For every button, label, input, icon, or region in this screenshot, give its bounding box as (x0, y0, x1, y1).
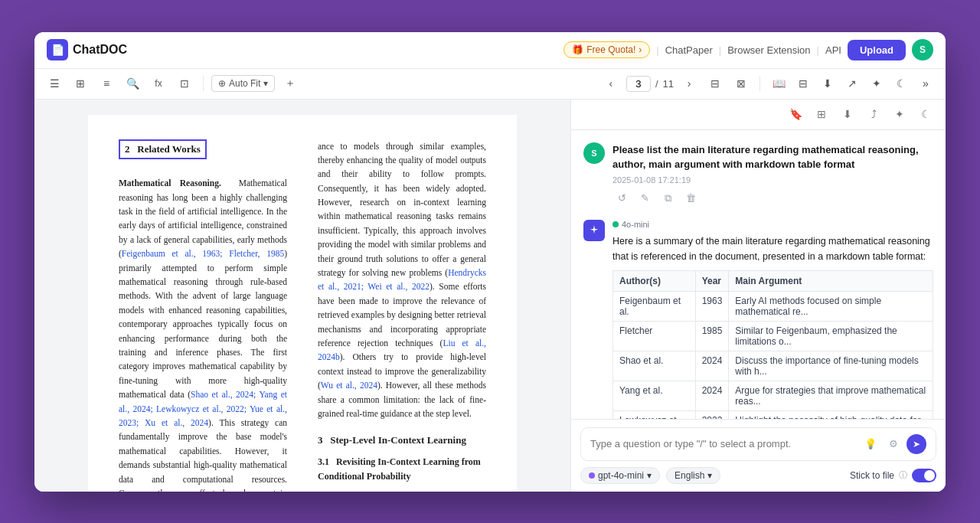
table-cell-author: Shao et al. (613, 351, 696, 381)
table-cell-year: 2024 (695, 351, 729, 381)
table-row: Fletcher1985Similar to Feigenbaum, empha… (613, 321, 933, 351)
chat-input-area: 💡 ⚙ ➤ gpt-4o-mini ▾ English ▾ (571, 419, 946, 492)
pdf-viewer[interactable]: 2 Related Works Mathematical Reasoning. … (34, 100, 570, 492)
table-row: Lewkowycz et al.2022Highlight the necess… (613, 410, 933, 419)
section-31-title: 3.1 Revisiting In-Context Learning from … (318, 455, 486, 484)
chat-panel: 🔖 ⊞ ⬇ ⤴ ✦ ☾ S Please list the main liter… (570, 100, 946, 492)
ai-button[interactable]: ✦ (866, 73, 887, 94)
table-cell-argument: Similar to Feigenbaum, emphasized the li… (729, 321, 933, 351)
search-button[interactable]: 🔍 (122, 73, 143, 94)
logo-text: ChatDOC (73, 43, 127, 57)
settings-button[interactable]: ⚙ (884, 434, 903, 454)
delete-action-button[interactable]: 🗑 (681, 189, 700, 208)
more-options-button[interactable]: » (915, 73, 936, 94)
crop-button[interactable]: ⊡ (174, 73, 195, 94)
model-selector[interactable]: gpt-4o-mini ▾ (580, 467, 660, 484)
grid-view-button[interactable]: ⊞ (70, 73, 91, 94)
page-navigation: ‹ / 11 › (600, 73, 700, 94)
model-chevron: ▾ (647, 470, 652, 481)
app-window: 📄 ChatDOC 🎁 Free Quota! › | ChatPaper | … (34, 32, 946, 492)
lightbulb-button[interactable]: 💡 (861, 434, 880, 454)
copy-action-button[interactable]: ⧉ (658, 189, 677, 208)
table-cell-year: 1963 (695, 291, 729, 321)
edit-action-button[interactable]: ✎ (635, 189, 654, 208)
language-selector[interactable]: English ▾ (666, 467, 720, 484)
toggle-thumb (924, 470, 935, 481)
language-label: English (675, 470, 704, 481)
model-label: gpt-4o-mini (598, 470, 644, 481)
toolbar-separator-2 (760, 76, 760, 91)
table-cell-argument: Discuss the importance of fine-tuning mo… (729, 351, 933, 381)
sidebar-toggle-button[interactable]: ☰ (44, 73, 65, 94)
table-cell-argument: Early AI methods focused on simple mathe… (729, 291, 933, 321)
stick-to-file: Stick to file ⓘ (850, 469, 936, 482)
prev-page-button[interactable]: ‹ (600, 73, 622, 94)
model-dot (589, 472, 595, 479)
user-message-text: Please list the main literature regardin… (612, 142, 933, 172)
pdf-paragraph-1: Mathematical Reasoning. Mathematical rea… (119, 176, 287, 491)
table-cell-author: Lewkowycz et al. (613, 410, 696, 419)
free-quota-button[interactable]: 🎁 Free Quota! › (564, 41, 650, 58)
chat-input[interactable] (590, 438, 854, 449)
columns-button[interactable]: ⊟ (792, 73, 814, 94)
logo-icon: 📄 (47, 39, 68, 60)
refresh-action-button[interactable]: ↺ (612, 189, 631, 208)
stick-to-file-toggle[interactable] (912, 469, 936, 482)
user-message-content: Please list the main literature regardin… (612, 142, 933, 208)
section-3: 3 Step-Level In-Context Learning 3.1 Rev… (318, 433, 486, 491)
table-cell-year: 2024 (695, 381, 729, 410)
pdf-page: 2 Related Works Mathematical Reasoning. … (88, 115, 517, 492)
chat-messages[interactable]: S Please list the main literature regard… (571, 130, 946, 419)
message-time: 2025-01-08 17:21:19 (612, 175, 933, 185)
moon-chat-button[interactable]: ☾ (915, 103, 936, 125)
api-link[interactable]: API (825, 44, 841, 56)
table-row: Yang et al.2024Argue for strategies that… (613, 381, 933, 410)
upload-button[interactable]: Upload (848, 40, 906, 60)
next-page-button[interactable]: › (678, 73, 700, 94)
section-31-para: Current models often employ next-token p… (318, 489, 486, 491)
section-3-title: 3 Step-Level In-Context Learning (318, 433, 486, 449)
table-cell-argument: Argue for strategies that improve mathem… (729, 381, 933, 410)
download-button[interactable]: ⬇ (817, 73, 838, 94)
fit-page-button[interactable]: ⊟ (704, 73, 726, 94)
page-separator: / (655, 78, 658, 90)
layout-chat-button[interactable]: ⊞ (811, 103, 832, 125)
ai-message-avatar (583, 220, 605, 241)
browser-extension-link[interactable]: Browser Extension (727, 44, 810, 56)
message-actions: ↺ ✎ ⧉ 🗑 (612, 189, 933, 208)
user-message-avatar: S (583, 142, 605, 164)
pdf-paragraph-right-1: ance to models through similar examples,… (318, 139, 486, 421)
header-nav: 🎁 Free Quota! › | ChatPaper | Browser Ex… (564, 39, 933, 60)
table-cell-year: 2022 (695, 410, 729, 419)
lang-chevron: ▾ (707, 470, 712, 481)
logo: 📄 ChatDOC (47, 39, 127, 60)
chatpaper-link[interactable]: ChatPaper (665, 44, 713, 56)
table-cell-year: 1985 (695, 321, 729, 351)
pdf-toolbar: ☰ ⊞ ≡ 🔍 fx ⊡ ⊕ Auto Fit ▾ ＋ ‹ / 11 › ⊟ ⊠… (34, 69, 946, 100)
dark-mode-button[interactable]: ☾ (890, 73, 912, 94)
add-tab-button[interactable]: ＋ (279, 73, 301, 94)
total-pages: 11 (663, 78, 674, 90)
page-number-input[interactable] (626, 76, 651, 92)
table-row: Shao et al.2024Discuss the importance of… (613, 351, 933, 381)
sparkle-chat-button[interactable]: ✦ (889, 103, 910, 125)
fit-width-button[interactable]: ⊠ (730, 73, 752, 94)
share-button[interactable]: ↗ (841, 73, 863, 94)
table-cell-author: Fletcher (613, 321, 696, 351)
formula-button[interactable]: fx (148, 73, 169, 94)
download-chat-button[interactable]: ⬇ (837, 103, 858, 125)
toolbar-separator-1 (203, 76, 204, 91)
ai-message-content: 4o-mini Here is a summary of the main li… (612, 220, 933, 419)
fire-icon: 🎁 (572, 44, 583, 55)
user-avatar[interactable]: S (912, 39, 933, 60)
auto-fit-dropdown[interactable]: ⊕ Auto Fit ▾ (211, 75, 275, 92)
ai-message: 4o-mini Here is a summary of the main li… (583, 220, 933, 419)
list-view-button[interactable]: ≡ (96, 73, 117, 94)
send-button[interactable]: ➤ (906, 434, 926, 454)
ai-intro-text: Here is a summary of the main literature… (612, 234, 933, 264)
share-chat-button[interactable]: ⤴ (863, 103, 884, 125)
zoom-icon: ⊕ (218, 78, 226, 89)
bookmark-toolbar-button[interactable]: 📖 (768, 73, 789, 94)
bookmark-chat-button[interactable]: 🔖 (785, 103, 806, 125)
table-row: Feigenbaum et al.1963Early AI methods fo… (613, 291, 933, 321)
